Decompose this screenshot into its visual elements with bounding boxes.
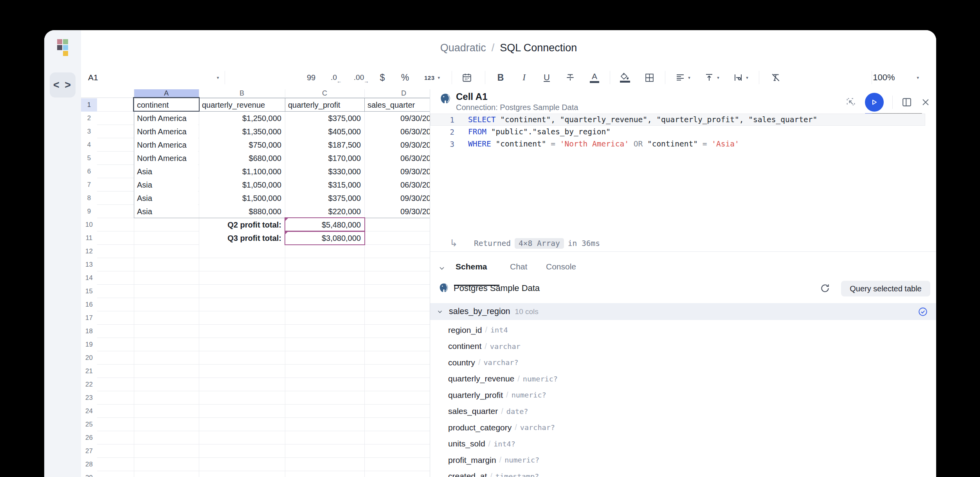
row-header-16[interactable]: 16 [81, 298, 97, 311]
row-header-4[interactable]: 4 [81, 138, 97, 152]
schema-column-row[interactable]: created_at / timestamp? [430, 468, 936, 477]
schema-column-row[interactable]: quarterly_profit / numeric? [430, 387, 936, 403]
grid-cell[interactable]: $1,500,000 [199, 192, 285, 205]
row-header-6[interactable]: 6 [81, 165, 97, 178]
page-title[interactable]: SQL Connection [500, 42, 577, 54]
grid-cell[interactable]: $187,500 [285, 138, 364, 152]
grid-cell[interactable]: 09/30/2023 [365, 138, 430, 152]
text-color-button[interactable]: A [586, 66, 603, 89]
text-wrap-dropdown[interactable]: ▾ [730, 66, 752, 89]
zoom-dropdown[interactable]: 100% ▾ [873, 66, 919, 89]
row-header-27[interactable]: 27 [81, 444, 97, 458]
code-line[interactable]: 2FROM "public"."sales_by_region" [430, 126, 936, 138]
strikethrough-button[interactable] [562, 66, 578, 89]
row-header-10[interactable]: 10 [81, 218, 97, 231]
grid-cell[interactable]: 06/30/2023 [365, 178, 430, 192]
row-header-24[interactable]: 24 [81, 405, 97, 418]
italic-button[interactable]: I [516, 66, 532, 89]
increase-decimals-button[interactable]: .00→ [351, 66, 367, 89]
column-header-A[interactable]: A [134, 89, 199, 98]
sql-editor[interactable]: 1SELECT "continent", "quarterly_revenue"… [430, 114, 936, 150]
grid-cell[interactable]: $1,250,000 [199, 112, 285, 125]
schema-column-row[interactable]: units_sold / int4? [430, 436, 936, 452]
grid-cell[interactable]: quarterly_revenue [199, 98, 284, 112]
schema-column-row[interactable]: region_id / int4 [430, 322, 936, 338]
grid-corner[interactable] [81, 89, 97, 98]
row-header-20[interactable]: 20 [81, 351, 97, 365]
currency-format-button[interactable]: $ [375, 66, 389, 89]
grid-cell[interactable]: Q2 profit total: [199, 218, 285, 231]
grid-cell[interactable]: North America [134, 112, 198, 125]
row-header-28[interactable]: 28 [81, 458, 97, 471]
grid-cell[interactable]: $880,000 [199, 205, 285, 218]
row-header-25[interactable]: 25 [81, 418, 97, 431]
row-header-26[interactable]: 26 [81, 431, 97, 444]
grid-cell[interactable]: $315,000 [285, 178, 364, 192]
insert-cell-reference-button[interactable] [845, 97, 856, 108]
refresh-schema-button[interactable] [820, 283, 830, 293]
grid-cell[interactable]: North America [134, 125, 198, 138]
schema-column-row[interactable]: product_category / varchar? [430, 419, 936, 436]
column-header-D[interactable]: D [364, 89, 430, 98]
grid-cell[interactable]: Asia [134, 165, 198, 178]
row-header-12[interactable]: 12 [81, 245, 97, 258]
row-header-5[interactable]: 5 [81, 152, 97, 165]
column-header-B[interactable]: B [199, 89, 285, 98]
grid-cell[interactable]: 06/30/2023 [365, 152, 430, 165]
format-99-button[interactable]: 99 [304, 66, 318, 89]
run-query-button[interactable] [865, 93, 884, 112]
schema-column-row[interactable]: quarterly_revenue / numeric? [430, 371, 936, 387]
row-header-23[interactable]: 23 [81, 391, 97, 405]
grid-cell[interactable]: $170,000 [285, 152, 364, 165]
borders-button[interactable] [641, 66, 658, 89]
vertical-align-dropdown[interactable]: ▾ [701, 66, 723, 89]
column-header-C[interactable]: C [285, 89, 364, 98]
grid-cell[interactable]: 09/30/2023 [365, 112, 430, 125]
schema-table-row[interactable]: sales_by_region 10 cols [430, 303, 936, 320]
brand-link[interactable]: Quadratic [440, 42, 486, 54]
grid-cell[interactable]: $680,000 [199, 152, 285, 165]
panel-layout-button[interactable] [901, 97, 912, 108]
grid-cell[interactable]: Asia [134, 192, 198, 205]
date-format-button[interactable] [459, 66, 475, 89]
row-header-2[interactable]: 2 [81, 112, 97, 125]
row-header-22[interactable]: 22 [81, 378, 97, 391]
grid-cell[interactable]: $750,000 [199, 138, 285, 152]
row-header-15[interactable]: 15 [81, 285, 97, 298]
close-panel-button[interactable] [921, 98, 930, 107]
grid-cell[interactable]: Q3 profit total: [199, 231, 285, 245]
code-line[interactable]: 3WHERE "continent" = 'North America' OR … [430, 138, 936, 150]
tab-schema[interactable]: Schema [456, 262, 487, 271]
row-header-1[interactable]: 1 [81, 98, 97, 112]
row-header-17[interactable]: 17 [81, 311, 97, 325]
horizontal-align-dropdown[interactable]: ▾ [672, 66, 694, 89]
row-header-9[interactable]: 9 [81, 205, 97, 218]
grid-cell[interactable]: $1,350,000 [199, 125, 285, 138]
row-header-14[interactable]: 14 [81, 271, 97, 285]
grid-cell[interactable]: 09/30/2023 [365, 205, 430, 218]
tab-console[interactable]: Console [546, 262, 576, 271]
schema-column-row[interactable]: country / varchar? [430, 354, 936, 371]
grid-cell[interactable]: $405,000 [285, 125, 364, 138]
row-header-8[interactable]: 8 [81, 192, 97, 205]
grid-cell[interactable]: $330,000 [285, 165, 364, 178]
grid-cell[interactable]: 09/30/2023 [365, 192, 430, 205]
quadratic-logo-icon[interactable] [57, 39, 68, 56]
grid-cell[interactable]: $375,000 [285, 192, 364, 205]
percent-format-button[interactable]: % [398, 66, 412, 89]
row-header-18[interactable]: 18 [81, 325, 97, 338]
grid-cell[interactable]: $220,000 [285, 205, 364, 218]
row-header-19[interactable]: 19 [81, 338, 97, 351]
row-header-21[interactable]: 21 [81, 365, 97, 378]
grid-cell[interactable]: 06/30/2023 [365, 125, 430, 138]
tab-chat[interactable]: Chat [510, 262, 527, 271]
collapse-console-button[interactable] [438, 264, 446, 272]
number-format-dropdown[interactable]: 123▾ [420, 66, 444, 89]
row-header-13[interactable]: 13 [81, 258, 97, 271]
schema-column-row[interactable]: continent / varchar [430, 338, 936, 355]
grid-cell[interactable]: $1,050,000 [199, 178, 285, 192]
grid-cell[interactable]: 09/30/2023 [365, 165, 430, 178]
spreadsheet-grid[interactable]: ABCD123456789101112131415161718192021222… [81, 89, 430, 477]
grid-cell[interactable]: quarterly_profit [285, 98, 364, 112]
row-header-11[interactable]: 11 [81, 231, 97, 245]
